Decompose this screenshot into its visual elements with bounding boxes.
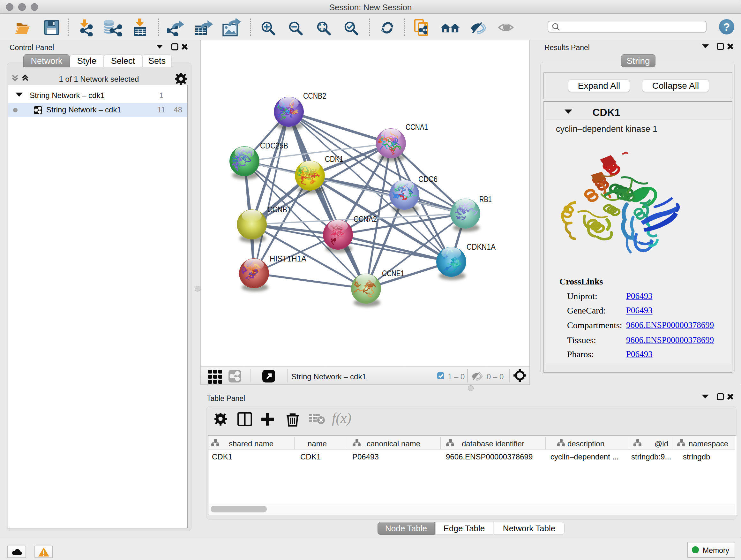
- svg-text:HIST1H1A: HIST1H1A: [270, 254, 307, 263]
- svg-text:RB1: RB1: [479, 194, 492, 204]
- svg-text:CDC25B: CDC25B: [260, 141, 288, 150]
- svg-text:CDK1: CDK1: [325, 154, 343, 164]
- svg-text:CCNE1: CCNE1: [382, 268, 404, 278]
- svg-text:CCNA1: CCNA1: [406, 122, 428, 132]
- svg-text:CDKN1A: CDKN1A: [467, 242, 496, 252]
- svg-text:CDC6: CDC6: [418, 174, 437, 184]
- svg-text:CCNB2: CCNB2: [303, 91, 326, 101]
- svg-text:CCNB1: CCNB1: [267, 205, 291, 214]
- svg-text:CCNA2: CCNA2: [354, 214, 377, 224]
